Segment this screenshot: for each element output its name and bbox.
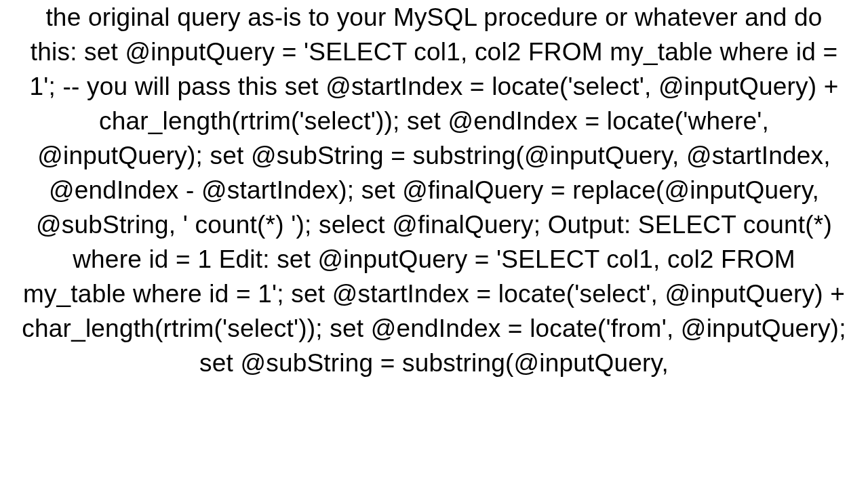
document-body-text: the original query as-is to your MySQL p… bbox=[0, 0, 868, 381]
